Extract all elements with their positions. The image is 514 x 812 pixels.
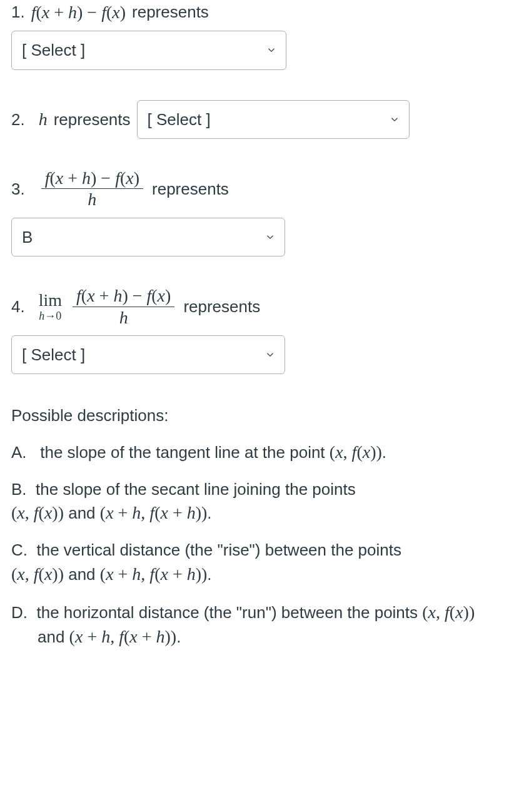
prompt-tail: represents xyxy=(183,295,260,318)
description-text: the horizontal distance (the "run") betw… xyxy=(36,603,422,622)
select-q4[interactable]: [ Select ] xyxy=(11,335,285,374)
description-B: B. the slope of the secant line joining … xyxy=(11,478,503,525)
description-text: the vertical distance (the "rise") betwe… xyxy=(36,540,401,559)
prompt-tail: represents xyxy=(54,108,131,131)
question-4: 4. lim h→0 f(x + h) − f(x) h represents … xyxy=(11,287,503,374)
select-label: [ Select ] xyxy=(22,39,85,61)
question-3: 3. f(x + h) − f(x) h represents B xyxy=(11,169,503,256)
question-1: 1. f(x + h) − f(x) represents [ Select ] xyxy=(11,0,503,70)
question-2-prompt: 2. h represents [ Select ] xyxy=(11,100,503,139)
chevron-down-icon xyxy=(389,114,400,125)
select-label: [ Select ] xyxy=(148,108,211,131)
question-number: 2. xyxy=(11,108,25,131)
question-4-prompt: 4. lim h→0 f(x + h) − f(x) h represents xyxy=(11,287,503,327)
chevron-down-icon xyxy=(265,349,276,360)
prompt-tail: represents xyxy=(132,1,209,23)
description-label: A. xyxy=(11,443,27,462)
math-expression: lim h→0 f(x + h) − f(x) h xyxy=(39,287,178,327)
select-label: B xyxy=(22,226,33,248)
description-label: C. xyxy=(11,540,28,559)
description-label: D. xyxy=(11,603,28,622)
math-expression: f(x + h) − f(x) h xyxy=(39,169,146,209)
question-1-prompt: 1. f(x + h) − f(x) represents xyxy=(11,0,503,24)
question-2: 2. h represents [ Select ] xyxy=(11,100,503,139)
question-number: 3. xyxy=(11,178,25,200)
chevron-down-icon xyxy=(266,44,277,56)
description-D: D. the horizontal distance (the "run") b… xyxy=(11,600,503,649)
select-q3[interactable]: B xyxy=(11,218,285,256)
description-A: A. the slope of the tangent line at the … xyxy=(11,440,503,464)
description-C: C. the vertical distance (the "rise") be… xyxy=(11,539,503,586)
prompt-tail: represents xyxy=(152,178,229,200)
description-text: the slope of the tangent line at the poi… xyxy=(40,443,330,462)
select-label: [ Select ] xyxy=(22,343,85,366)
math-expression: f(x + h) − f(x) xyxy=(31,0,126,24)
descriptions-heading: Possible descriptions: xyxy=(11,404,503,427)
math-expression: h xyxy=(39,107,48,131)
description-label: B. xyxy=(11,480,27,499)
description-text: the slope of the secant line joining the… xyxy=(36,480,356,499)
question-number: 4. xyxy=(11,295,25,318)
question-number: 1. xyxy=(11,1,25,23)
select-q2[interactable]: [ Select ] xyxy=(137,100,410,139)
select-q1[interactable]: [ Select ] xyxy=(11,31,286,69)
chevron-down-icon xyxy=(265,231,276,243)
question-3-prompt: 3. f(x + h) − f(x) h represents xyxy=(11,169,503,209)
